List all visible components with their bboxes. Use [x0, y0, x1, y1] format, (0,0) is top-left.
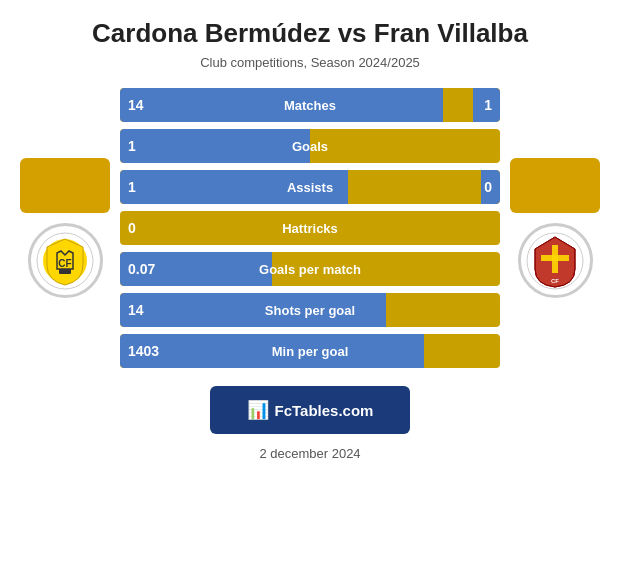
stat-row: 1Assists0 [120, 170, 500, 204]
page-title: Cardona Bermúdez vs Fran Villalba [92, 18, 528, 49]
stat-right-value: 1 [484, 97, 492, 113]
svg-text:CF: CF [58, 258, 71, 269]
stat-row: 14Shots per goal [120, 293, 500, 327]
date-footer: 2 december 2024 [259, 446, 360, 461]
stat-left-value: 1 [128, 179, 136, 195]
fctables-label: FcTables.com [275, 402, 374, 419]
fctables-banner[interactable]: 📊 FcTables.com [210, 386, 410, 434]
comparison-area: CF 14Matches11Goals1Assists00Hattricks0.… [10, 88, 610, 368]
stat-center-label: Min per goal [272, 344, 349, 359]
stat-right-value: 0 [484, 179, 492, 195]
stat-center-label: Goals [292, 139, 328, 154]
right-team-logo: CF [518, 223, 593, 298]
svg-text:CF: CF [551, 278, 559, 284]
stat-row: 1403Min per goal [120, 334, 500, 368]
stat-row: 0Hattricks [120, 211, 500, 245]
right-team-area: CF [500, 158, 610, 298]
left-team-badge [20, 158, 110, 213]
stat-center-label: Shots per goal [265, 303, 355, 318]
svg-rect-3 [59, 269, 71, 274]
right-team-badge [510, 158, 600, 213]
stat-left-value: 14 [128, 97, 144, 113]
stat-center-label: Assists [287, 180, 333, 195]
stats-bars-area: 14Matches11Goals1Assists00Hattricks0.07G… [120, 88, 500, 368]
stat-row: 1Goals [120, 129, 500, 163]
page-wrapper: Cardona Bermúdez vs Fran Villalba Club c… [0, 0, 620, 580]
left-team-logo: CF [28, 223, 103, 298]
stat-left-value: 0 [128, 220, 136, 236]
stat-center-label: Goals per match [259, 262, 361, 277]
page-subtitle: Club competitions, Season 2024/2025 [200, 55, 420, 70]
stat-left-value: 1403 [128, 343, 159, 359]
stat-row: 0.07Goals per match [120, 252, 500, 286]
stat-center-label: Hattricks [282, 221, 338, 236]
svg-rect-6 [541, 255, 569, 261]
left-team-area: CF [10, 158, 120, 298]
stat-left-value: 1 [128, 138, 136, 154]
stat-center-label: Matches [284, 98, 336, 113]
stat-row: 14Matches1 [120, 88, 500, 122]
fctables-icon: 📊 [247, 399, 269, 421]
stat-left-value: 0.07 [128, 261, 155, 277]
stat-left-value: 14 [128, 302, 144, 318]
